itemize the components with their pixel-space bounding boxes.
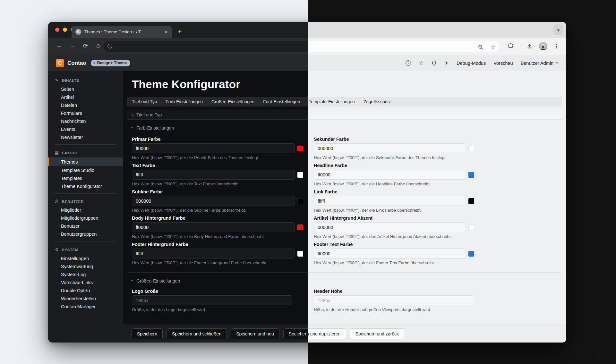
tab-groessen-einstellungen[interactable]: Größen-Einstellungen <box>211 99 254 104</box>
minimize-window-button[interactable] <box>63 28 67 32</box>
sidebar-item-events[interactable]: Events <box>48 125 123 133</box>
footer-hintergrund-farbe-input[interactable] <box>132 249 295 258</box>
close-window-button[interactable] <box>55 28 59 32</box>
save-and-close-button[interactable]: Speichern und schließen <box>167 328 227 339</box>
sidebar-item-benutzer[interactable]: Benutzer <box>48 222 123 230</box>
back-icon[interactable]: ← <box>56 42 62 49</box>
sidebar-item-templates[interactable]: Templates <box>48 174 123 182</box>
toolbar-divider <box>520 43 520 50</box>
site-info-icon[interactable]: ⓘ <box>107 43 112 49</box>
color-fields-grid: Primär Farbe Hex Wert (bspw. "ff00ff"), … <box>132 137 557 268</box>
sidebar-item-wiederherstellen[interactable]: Wiederherstellen <box>48 294 123 302</box>
color-swatch[interactable] <box>297 198 303 204</box>
home-icon[interactable]: ⌂ <box>96 42 100 49</box>
link-farbe-input[interactable] <box>314 196 466 206</box>
profile-avatar[interactable] <box>539 42 547 50</box>
sidebar-item-vorschau-links[interactable]: Vorschau-Links <box>48 278 123 286</box>
browser-tab[interactable]: C Themes › Theme Design+ › T ✕ <box>72 26 172 38</box>
primaer-farbe-input[interactable] <box>132 143 295 153</box>
footer: Speichern Speichern und schließen Speich… <box>123 325 566 343</box>
sidebar-item-mitglieder[interactable]: Mitglieder <box>48 206 123 214</box>
sidebar-item-benutzergruppen[interactable]: Benutzergruppen <box>48 230 123 238</box>
subline-farbe-input[interactable] <box>132 196 295 206</box>
sidebar-item-themes[interactable]: Themes <box>48 157 123 166</box>
tab-farb-einstellungen[interactable]: Farb-Einstellungen <box>166 99 203 104</box>
theme-badge: Design+ Theme <box>91 60 131 66</box>
sidebar-section-benutzer: BENUTZER <box>48 197 123 206</box>
save-button[interactable]: Speichern <box>132 328 163 339</box>
field-help: Hex Wert (bspw. "ff00ff"), der die Foote… <box>314 260 474 265</box>
text-farbe-input[interactable] <box>132 170 295 180</box>
color-swatch[interactable] <box>297 172 303 178</box>
browser-menu-icon[interactable]: ⋮ <box>554 43 559 50</box>
sidebar-item-template-studio[interactable]: Template Studio <box>48 166 123 174</box>
zoom-out-icon[interactable] <box>478 45 483 50</box>
field-help: Hex Wert (bspw. "ff00ff"), der die Foote… <box>132 260 303 265</box>
color-swatch[interactable] <box>468 172 474 178</box>
person-icon <box>55 199 59 204</box>
field-label: Text Farbe <box>132 163 303 168</box>
color-swatch[interactable] <box>297 224 303 230</box>
sidebar-item-systemwartung[interactable]: Systemwartung <box>48 262 123 270</box>
sidebar-item-formulare[interactable]: Formulare <box>48 109 123 117</box>
headline-farbe-input[interactable] <box>314 170 466 180</box>
field-label: Logo Größe <box>132 289 303 294</box>
forward-icon[interactable]: → <box>70 42 76 49</box>
save-and-new-button[interactable]: Speichern und neu <box>231 328 279 339</box>
field-primaer-farbe: Primär Farbe Hex Wert (bspw. "ff00ff"), … <box>132 137 303 160</box>
sidebar-item-system-log[interactable]: System-Log <box>48 270 123 278</box>
color-swatch[interactable] <box>297 251 303 257</box>
field-link-farbe: Link Farbe Hex Wert (bspw. "ff00ff"), de… <box>314 189 474 213</box>
extensions-icon[interactable] <box>508 43 514 49</box>
artikel-hintergrund-akzent-input[interactable] <box>314 222 466 232</box>
favorites-star-icon[interactable]: ☆ <box>419 60 424 66</box>
color-swatch[interactable] <box>468 251 474 257</box>
sidebar-item-double-opt-in[interactable]: Double Opt-In <box>48 286 123 294</box>
section-farb-einstellungen-header[interactable]: › Farb-Einstellungen <box>132 125 557 131</box>
app-body: ✎ INHALTE Seiten Artikel Dateien Formula… <box>48 71 566 343</box>
sidebar-item-mitgliedergruppen[interactable]: Mitgliedergruppen <box>48 214 123 222</box>
color-swatch[interactable] <box>297 146 303 151</box>
tab-font-einstellungen[interactable]: Font-Einstellungen <box>263 99 300 104</box>
sidebar-item-dateien[interactable]: Dateien <box>48 101 123 109</box>
sidebar-item-nachrichten[interactable]: Nachrichten <box>48 117 123 125</box>
tab-template-einstellungen[interactable]: Template-Einstellungen <box>309 99 355 104</box>
sidebar-item-newsletter[interactable]: Newsletter <box>48 133 123 141</box>
notifications-bell-icon[interactable] <box>432 60 437 66</box>
save-and-back-button[interactable]: Speichern und zurück <box>350 328 404 339</box>
downloads-icon[interactable] <box>527 43 533 49</box>
color-swatch[interactable] <box>468 198 474 204</box>
sidebar-item-einstellungen[interactable]: Einstellungen <box>48 254 123 262</box>
section-titel-und-typ-collapsed[interactable]: › Titel und Typ <box>127 110 562 119</box>
tab-zugriffsschutz[interactable]: Zugriffsschutz <box>364 99 391 104</box>
sidebar-item-artikel[interactable]: Artikel <box>48 93 123 101</box>
logo-groesse-input[interactable] <box>132 295 292 305</box>
sekundaer-farbe-input[interactable] <box>314 143 466 153</box>
reload-icon[interactable]: ⟳ <box>83 42 88 49</box>
footer-text-farbe-input[interactable] <box>314 249 466 258</box>
chevron-down-icon[interactable]: ∨ <box>553 24 563 35</box>
user-menu[interactable]: Benutzer Admin <box>521 61 559 66</box>
header-hoehe-input[interactable] <box>314 295 474 305</box>
new-tab-button[interactable]: + <box>178 27 182 36</box>
close-tab-icon[interactable]: ✕ <box>164 30 168 34</box>
field-label: Header Höhe <box>314 289 474 294</box>
color-swatch[interactable] <box>468 224 474 230</box>
theme-badge-label: Design+ Theme <box>97 61 127 65</box>
preview-link[interactable]: Vorschau <box>493 61 513 66</box>
light-mode-sun-icon[interactable]: ☀ <box>444 61 449 66</box>
tab-titel-und-typ[interactable]: Titel und Typ <box>132 99 157 104</box>
save-and-duplicate-button[interactable]: Speichern und duplizieren <box>284 329 346 339</box>
debug-mode-link[interactable]: Debug-Modus <box>457 61 486 66</box>
sidebar-item-contao-manager[interactable]: Contao Manager <box>48 302 123 310</box>
field-headline-farbe: Headline Farbe Hex Wert (bspw. "ff00ff")… <box>314 163 474 186</box>
help-icon[interactable]: ? <box>406 60 411 66</box>
address-bar[interactable]: ⓘ ☆ <box>103 41 500 52</box>
bookmark-star-icon[interactable]: ☆ <box>491 44 496 51</box>
color-swatch[interactable] <box>468 146 474 151</box>
section-groessen-einstellungen-header[interactable]: › Größen-Einstellungen <box>132 278 557 284</box>
sidebar-item-theme-konfigurator[interactable]: Theme Konfigurator <box>48 182 123 190</box>
field-help: Hex Wert (bspw. "ff00ff"), der den Artik… <box>314 234 474 239</box>
sidebar-item-seiten[interactable]: Seiten <box>48 85 123 93</box>
body-hintergrund-farbe-input[interactable] <box>132 222 295 232</box>
